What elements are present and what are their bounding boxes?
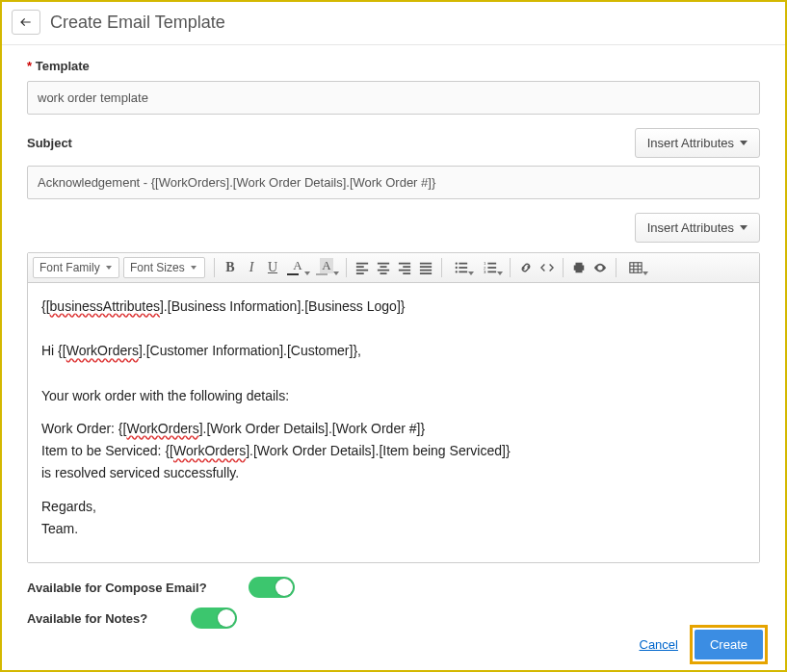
numbered-list-button[interactable]: 123 <box>476 257 505 278</box>
insert-attributes-body-button[interactable]: Insert Attributes <box>635 213 760 243</box>
back-button[interactable] <box>12 10 40 35</box>
back-arrow-icon <box>18 15 34 29</box>
page-header: Create Email Template <box>2 2 785 45</box>
align-left-icon <box>355 261 369 274</box>
print-icon <box>572 261 586 274</box>
svg-rect-9 <box>487 267 496 269</box>
insert-attributes-label: Insert Attributes <box>647 220 734 235</box>
notes-toggle[interactable] <box>191 607 237 629</box>
compose-toggle[interactable] <box>249 577 295 598</box>
insert-attributes-label: Insert Attributes <box>647 136 734 150</box>
template-field: Template <box>27 59 760 115</box>
code-button[interactable] <box>537 257 558 278</box>
table-icon <box>629 261 643 274</box>
font-family-select[interactable]: Font Family <box>33 257 119 278</box>
rich-text-editor: Font Family Font Sizes B I <box>27 252 760 563</box>
font-family-label: Font Family <box>39 261 100 274</box>
svg-point-4 <box>456 271 458 272</box>
svg-rect-7 <box>487 263 496 265</box>
template-input[interactable] <box>27 81 760 115</box>
italic-button[interactable]: I <box>241 257 262 278</box>
align-center-button[interactable] <box>373 257 394 278</box>
caret-down-icon <box>740 141 748 145</box>
create-highlight: Create <box>690 625 768 664</box>
bullet-list-icon <box>455 261 468 274</box>
svg-point-0 <box>456 262 458 264</box>
caret-down-icon <box>191 266 197 270</box>
table-button[interactable] <box>621 257 650 278</box>
footer-actions: Cancel Create <box>640 625 769 664</box>
text-color-button[interactable]: A <box>283 257 312 278</box>
subject-label: Subject <box>27 136 72 150</box>
caret-down-icon <box>740 225 748 230</box>
body-attr-row: Insert Attributes <box>27 213 760 243</box>
create-button[interactable]: Create <box>695 630 763 659</box>
editor-content[interactable]: {[businessAttributes].[Business Informat… <box>28 283 759 562</box>
underline-button[interactable]: U <box>262 257 283 278</box>
font-size-label: Font Sizes <box>130 261 185 274</box>
svg-rect-3 <box>459 267 467 269</box>
app-frame: Create Email Template Template Subject I… <box>0 0 787 672</box>
cancel-link[interactable]: Cancel <box>640 637 678 652</box>
svg-rect-11 <box>487 271 496 273</box>
notes-toggle-label: Available for Notes? <box>27 611 191 626</box>
align-right-icon <box>398 261 411 274</box>
svg-rect-5 <box>459 271 467 273</box>
svg-rect-13 <box>630 263 642 273</box>
form-area: Template Subject Insert Attributes Inser… <box>2 45 785 629</box>
align-center-icon <box>377 261 390 274</box>
print-button[interactable] <box>568 257 590 278</box>
numbered-list-icon: 123 <box>484 261 497 274</box>
subject-input[interactable] <box>27 166 760 199</box>
subject-field: Subject Insert Attributes <box>27 128 760 199</box>
font-size-select[interactable]: Font Sizes <box>123 257 205 278</box>
compose-toggle-row: Available for Compose Email? <box>27 577 760 598</box>
template-label: Template <box>27 59 760 73</box>
preview-button[interactable] <box>590 257 611 278</box>
link-icon <box>519 261 533 274</box>
align-left-button[interactable] <box>352 257 373 278</box>
align-justify-icon <box>419 261 433 274</box>
align-right-button[interactable] <box>394 257 415 278</box>
link-button[interactable] <box>515 257 537 278</box>
insert-attributes-subject-button[interactable]: Insert Attributes <box>635 128 760 158</box>
caret-down-icon <box>106 266 112 270</box>
bullet-list-button[interactable] <box>447 257 476 278</box>
bold-button[interactable]: B <box>220 257 241 278</box>
svg-text:3: 3 <box>484 270 486 274</box>
align-justify-button[interactable] <box>415 257 436 278</box>
highlight-color-button[interactable]: A <box>312 257 341 278</box>
svg-rect-1 <box>459 263 467 265</box>
page-title: Create Email Template <box>50 13 225 33</box>
editor-toolbar: Font Family Font Sizes B I <box>28 253 759 283</box>
svg-point-12 <box>599 267 601 269</box>
svg-point-2 <box>456 267 458 269</box>
compose-toggle-label: Available for Compose Email? <box>27 581 249 595</box>
code-icon <box>540 261 554 274</box>
eye-icon <box>593 261 607 274</box>
